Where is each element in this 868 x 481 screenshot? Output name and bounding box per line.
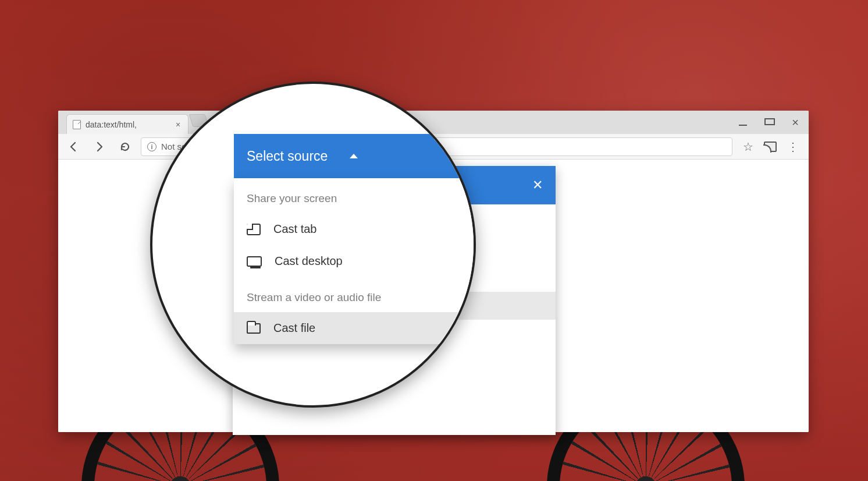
reload-button[interactable] <box>115 137 135 157</box>
caret-up-icon <box>350 154 358 158</box>
window-maximize-button[interactable] <box>764 117 775 128</box>
window-controls: × <box>735 111 804 134</box>
desktop-wallpaper: data:text/html, × × i Not se <box>0 0 868 481</box>
document-icon <box>73 120 81 129</box>
tab-title: data:text/html, <box>86 120 137 129</box>
cast-tab-option[interactable]: Cast tab <box>234 213 474 245</box>
menu-dots-icon[interactable]: ⋮ <box>787 140 798 154</box>
cast-desktop-label: Cast desktop <box>275 254 343 268</box>
source-dropdown-menu: Share your screen Cast tab Cast desktop … <box>234 178 474 344</box>
magnifier-lens: Select source Share your screen Cast tab… <box>150 82 476 408</box>
section-label-share: Share your screen <box>234 178 474 213</box>
folder-icon <box>247 323 261 334</box>
tab-strip: data:text/html, × × <box>58 111 809 134</box>
source-dropdown-title: Select source <box>247 148 328 164</box>
forward-button[interactable] <box>90 137 109 157</box>
cast-file-label: Cast file <box>273 321 315 335</box>
site-info-icon[interactable]: i <box>147 142 156 151</box>
bookmark-star-icon[interactable]: ☆ <box>743 140 753 154</box>
cast-icon[interactable] <box>764 142 777 152</box>
section-label-stream: Stream a video or audio file <box>234 277 474 312</box>
tab-icon <box>247 224 261 235</box>
cast-desktop-option[interactable]: Cast desktop <box>234 245 474 277</box>
cast-popup-close-button[interactable]: ✕ <box>532 178 543 193</box>
cast-tab-label: Cast tab <box>273 222 316 236</box>
window-minimize-button[interactable] <box>739 119 749 126</box>
window-close-button[interactable]: × <box>790 116 801 129</box>
tab-close-button[interactable]: × <box>174 121 182 129</box>
source-dropdown-header[interactable]: Select source <box>234 134 474 178</box>
back-button[interactable] <box>64 137 84 157</box>
cast-file-option[interactable]: Cast file <box>234 312 474 344</box>
toolbar-actions: ☆ ⋮ <box>738 140 803 154</box>
browser-tab[interactable]: data:text/html, × <box>66 114 188 134</box>
desktop-icon <box>247 256 262 267</box>
